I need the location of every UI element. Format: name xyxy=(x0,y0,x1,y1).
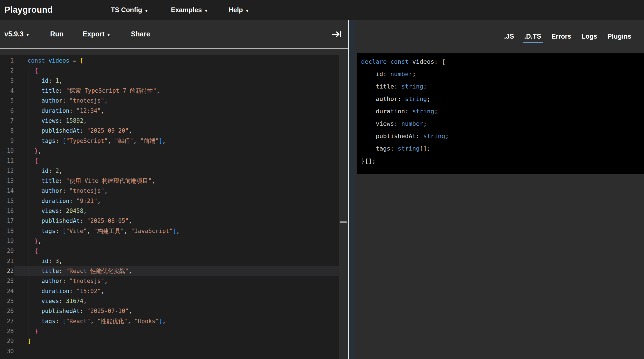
editor-line[interactable]: 21 id: 3, xyxy=(0,256,339,266)
output-line[interactable]: views: number; xyxy=(361,117,644,130)
editor-line[interactable]: 18 tags: ["Vite", "构建工具", "JavaScript"], xyxy=(0,226,339,236)
line-number: 30 xyxy=(0,346,14,356)
editor-line[interactable]: 1const videos = [ xyxy=(0,56,339,66)
tab-js[interactable]: .JS xyxy=(504,33,514,40)
editor-line[interactable]: 23 author: "tnotesjs", xyxy=(0,276,339,286)
version-dropdown[interactable]: v5.9.3 ▾ xyxy=(4,20,29,48)
line-number: 13 xyxy=(0,176,14,186)
code-text: { xyxy=(14,246,339,256)
line-number: 17 xyxy=(0,216,14,226)
code-text: views: 20458, xyxy=(14,206,339,216)
share-button[interactable]: Share xyxy=(131,20,150,48)
editor-line[interactable]: 19 }, xyxy=(0,236,339,246)
editor-line[interactable]: 4 title: "探索 TypeScript 7 的新特性", xyxy=(0,86,339,96)
line-number: 14 xyxy=(0,186,14,196)
editor-line[interactable]: 30 xyxy=(0,346,339,356)
editor-pane: v5.9.3 ▾ Run Export ▾ Share 1const video… xyxy=(0,20,348,359)
editor-line[interactable]: 14 author: "tnotesjs", xyxy=(0,186,339,196)
editor-scrollbar-track[interactable] xyxy=(339,55,348,359)
editor-top-margin xyxy=(0,49,348,55)
code-editor[interactable]: 1const videos = [2 {3 id: 1,4 title: "探索… xyxy=(0,55,339,359)
editor-line[interactable]: 26 publishedAt: "2025-07-10", xyxy=(0,306,339,316)
editor-line[interactable]: 16 views: 20458, xyxy=(0,206,339,216)
line-number: 15 xyxy=(0,196,14,206)
editor-line[interactable]: 9 tags: ["TypeScript", "编程", "前端"], xyxy=(0,136,339,146)
code-text: author: "tnotesjs", xyxy=(14,276,339,286)
output-line[interactable]: id: number; xyxy=(361,68,644,80)
code-text: duration: "12:34", xyxy=(14,106,339,116)
editor-line[interactable]: 25 views: 31674, xyxy=(0,296,339,306)
code-text: views: 31674, xyxy=(14,296,339,306)
tab-plugins[interactable]: Plugins xyxy=(607,33,631,40)
output-line[interactable]: duration: string; xyxy=(361,105,644,117)
editor-line[interactable]: 27 tags: ["React", "性能优化", "Hooks"], xyxy=(0,316,339,326)
editor-line[interactable]: 29] xyxy=(0,336,339,346)
version-label: v5.9.3 xyxy=(4,30,24,38)
code-text: ] xyxy=(14,336,339,346)
menu-tsconfig[interactable]: TS Config▾ xyxy=(111,0,147,20)
code-text: publishedAt: "2025-07-10", xyxy=(14,306,339,316)
export-dropdown[interactable]: Export ▾ xyxy=(83,20,110,48)
editor-line[interactable]: 7 views: 15892, xyxy=(0,116,339,126)
output-line[interactable]: }[]; xyxy=(361,155,644,167)
editor-line[interactable]: 12 id: 2, xyxy=(0,166,339,176)
editor-line[interactable]: 24 duration: "15:02", xyxy=(0,286,339,296)
editor-line[interactable]: 13 title: "使用 Vite 构建现代前端项目", xyxy=(0,176,339,186)
output-lines: declare const videos: { id: number; titl… xyxy=(361,55,644,167)
line-number: 24 xyxy=(0,286,14,296)
line-number: 22 xyxy=(0,266,14,276)
sash-handle[interactable] xyxy=(340,221,347,223)
results-tab-bar: .JS.D.TSErrorsLogsPlugins xyxy=(355,20,644,53)
editor-line[interactable]: 15 duration: "9:21", xyxy=(0,196,339,206)
editor-line[interactable]: 11 { xyxy=(0,156,339,166)
output-line[interactable]: publishedAt: string; xyxy=(361,130,644,142)
editor-line[interactable]: 22 title: "React 性能优化实战", xyxy=(0,266,339,276)
editor-lines: 1const videos = [2 {3 id: 1,4 title: "探索… xyxy=(0,56,339,356)
editor-line[interactable]: 8 publishedAt: "2025-09-20", xyxy=(0,126,339,136)
editor-line[interactable]: 17 publishedAt: "2025-08-05", xyxy=(0,216,339,226)
chevron-down-icon: ▾ xyxy=(27,33,29,37)
line-number: 29 xyxy=(0,336,14,346)
editor-line[interactable]: 6 duration: "12:34", xyxy=(0,106,339,116)
app-title: Playground xyxy=(4,0,53,20)
code-text: views: number; xyxy=(361,120,427,127)
top-navbar: Playground TS Config▾Examples▾Help▾ xyxy=(0,0,644,20)
chevron-down-icon: ▾ xyxy=(246,9,248,13)
editor-line[interactable]: 3 id: 1, xyxy=(0,76,339,86)
line-number: 21 xyxy=(0,256,14,266)
editor-line[interactable]: 10 }, xyxy=(0,146,339,156)
tab-errors[interactable]: Errors xyxy=(551,33,571,40)
output-line[interactable]: declare const videos: { xyxy=(361,55,644,68)
editor-line[interactable]: 2 { xyxy=(0,66,339,76)
menu-label: Help xyxy=(229,6,243,14)
chevron-down-icon: ▾ xyxy=(145,9,147,13)
output-line[interactable]: tags: string[]; xyxy=(361,142,644,155)
code-text: tags: ["TypeScript", "编程", "前端"], xyxy=(14,136,339,146)
line-number: 23 xyxy=(0,276,14,286)
tab-logs[interactable]: Logs xyxy=(581,33,597,40)
typescript-playground-app: Playground TS Config▾Examples▾Help▾ v5.9… xyxy=(0,0,644,359)
code-text: author: string; xyxy=(361,95,431,102)
editor-line[interactable]: 28 } xyxy=(0,326,339,336)
code-text: id: 3, xyxy=(14,256,339,266)
code-text: }, xyxy=(14,146,339,156)
line-number: 16 xyxy=(0,206,14,216)
output-line[interactable]: author: string; xyxy=(361,93,644,105)
code-text: title: "使用 Vite 构建现代前端项目", xyxy=(14,176,339,186)
dock-right-icon[interactable] xyxy=(331,30,343,38)
editor-line[interactable]: 5 author: "tnotesjs", xyxy=(0,96,339,106)
line-number: 6 xyxy=(0,106,14,116)
output-line[interactable]: title: string; xyxy=(361,80,644,93)
line-number: 3 xyxy=(0,76,14,86)
editor-line[interactable]: 20 { xyxy=(0,246,339,256)
results-edge-strip xyxy=(349,20,355,359)
menu-help[interactable]: Help▾ xyxy=(229,0,248,20)
tab-dts[interactable]: .D.TS xyxy=(524,33,541,40)
code-text: publishedAt: "2025-08-05", xyxy=(14,216,339,226)
code-text: publishedAt: string; xyxy=(361,133,449,140)
editor-toolbar: v5.9.3 ▾ Run Export ▾ Share xyxy=(0,20,348,49)
line-number: 11 xyxy=(0,156,14,166)
menu-examples[interactable]: Examples▾ xyxy=(171,0,207,20)
code-text: duration: "9:21", xyxy=(14,196,339,206)
run-button[interactable]: Run xyxy=(50,20,64,48)
